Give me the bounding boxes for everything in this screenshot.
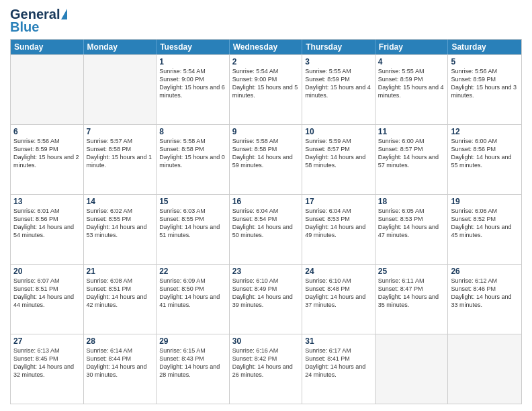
calendar-cell: 9 Sunrise: 5:58 AM Sunset: 8:58 PM Dayli… [230, 125, 303, 194]
page: General Blue SundayMondayTuesdayWednesda… [0, 0, 532, 411]
logo-triangle-icon [61, 9, 67, 19]
weekday-header: Friday [375, 40, 449, 54]
day-number: 27 [13, 336, 81, 346]
calendar-cell: 11 Sunrise: 6:00 AM Sunset: 8:57 PM Dayl… [375, 125, 449, 194]
day-number: 12 [451, 127, 519, 136]
day-info: Sunrise: 6:00 AM Sunset: 8:57 PM Dayligh… [378, 137, 445, 170]
day-info: Sunrise: 6:06 AM Sunset: 8:52 PM Dayligh… [451, 207, 519, 240]
day-number: 21 [87, 267, 154, 276]
calendar-row: 20 Sunrise: 6:07 AM Sunset: 8:51 PM Dayl… [11, 264, 521, 334]
calendar-cell: 10 Sunrise: 5:59 AM Sunset: 8:57 PM Dayl… [302, 125, 375, 194]
day-info: Sunrise: 6:07 AM Sunset: 8:51 PM Dayligh… [13, 277, 81, 310]
day-number: 20 [13, 267, 81, 276]
day-info: Sunrise: 6:17 AM Sunset: 8:41 PM Dayligh… [305, 347, 372, 379]
calendar-cell: 19 Sunrise: 6:06 AM Sunset: 8:52 PM Dayl… [448, 195, 521, 264]
day-number: 8 [159, 127, 226, 136]
calendar-cell: 14 Sunrise: 6:02 AM Sunset: 8:55 PM Dayl… [84, 195, 157, 264]
weekday-header: Monday [84, 40, 157, 54]
calendar-cell: 1 Sunrise: 5:54 AM Sunset: 9:00 PM Dayli… [157, 55, 230, 124]
logo-blue: Blue [10, 19, 39, 35]
day-info: Sunrise: 6:03 AM Sunset: 8:55 PM Dayligh… [159, 207, 226, 240]
day-number: 14 [87, 197, 154, 206]
day-info: Sunrise: 5:58 AM Sunset: 8:58 PM Dayligh… [159, 137, 226, 170]
day-number: 29 [159, 336, 226, 346]
calendar-cell: 18 Sunrise: 6:05 AM Sunset: 8:53 PM Dayl… [375, 195, 449, 264]
day-info: Sunrise: 5:54 AM Sunset: 9:00 PM Dayligh… [159, 67, 226, 100]
calendar-row: 1 Sunrise: 5:54 AM Sunset: 9:00 PM Dayli… [11, 54, 521, 124]
day-number: 28 [87, 336, 154, 346]
day-number: 31 [305, 336, 372, 346]
calendar-cell: 17 Sunrise: 6:04 AM Sunset: 8:53 PM Dayl… [302, 195, 375, 264]
calendar-cell: 23 Sunrise: 6:10 AM Sunset: 8:49 PM Dayl… [230, 265, 303, 334]
weekday-header: Thursday [302, 40, 375, 54]
header: General Blue [10, 7, 522, 35]
day-info: Sunrise: 5:57 AM Sunset: 8:58 PM Dayligh… [87, 137, 154, 170]
calendar: SundayMondayTuesdayWednesdayThursdayFrid… [10, 39, 522, 404]
calendar-cell: 13 Sunrise: 6:01 AM Sunset: 8:56 PM Dayl… [11, 195, 84, 264]
calendar-cell: 12 Sunrise: 6:00 AM Sunset: 8:56 PM Dayl… [448, 125, 521, 194]
day-number: 11 [378, 127, 445, 136]
day-info: Sunrise: 6:08 AM Sunset: 8:51 PM Dayligh… [87, 277, 154, 310]
calendar-cell: 8 Sunrise: 5:58 AM Sunset: 8:58 PM Dayli… [157, 125, 230, 194]
calendar-cell [448, 334, 521, 404]
day-number: 17 [305, 197, 372, 206]
day-number: 4 [378, 57, 445, 66]
calendar-cell: 15 Sunrise: 6:03 AM Sunset: 8:55 PM Dayl… [157, 195, 230, 264]
day-number: 5 [451, 57, 519, 66]
day-info: Sunrise: 6:11 AM Sunset: 8:47 PM Dayligh… [378, 277, 445, 310]
weekday-header: Saturday [448, 40, 521, 54]
calendar-cell: 26 Sunrise: 6:12 AM Sunset: 8:46 PM Dayl… [448, 265, 521, 334]
day-number: 6 [13, 127, 81, 136]
weekday-header: Tuesday [157, 40, 230, 54]
day-info: Sunrise: 6:04 AM Sunset: 8:54 PM Dayligh… [232, 207, 300, 240]
calendar-cell: 22 Sunrise: 6:09 AM Sunset: 8:50 PM Dayl… [157, 265, 230, 334]
calendar-header: SundayMondayTuesdayWednesdayThursdayFrid… [11, 40, 521, 54]
day-info: Sunrise: 6:12 AM Sunset: 8:46 PM Dayligh… [451, 277, 519, 310]
calendar-body: 1 Sunrise: 5:54 AM Sunset: 9:00 PM Dayli… [11, 54, 521, 404]
day-info: Sunrise: 6:10 AM Sunset: 8:48 PM Dayligh… [305, 277, 372, 310]
calendar-cell: 2 Sunrise: 5:54 AM Sunset: 9:00 PM Dayli… [230, 55, 303, 124]
calendar-cell: 7 Sunrise: 5:57 AM Sunset: 8:58 PM Dayli… [84, 125, 157, 194]
day-info: Sunrise: 5:56 AM Sunset: 8:59 PM Dayligh… [451, 67, 519, 100]
calendar-cell [84, 55, 157, 124]
calendar-cell: 16 Sunrise: 6:04 AM Sunset: 8:54 PM Dayl… [230, 195, 303, 264]
calendar-cell: 30 Sunrise: 6:16 AM Sunset: 8:42 PM Dayl… [230, 334, 303, 404]
day-info: Sunrise: 6:13 AM Sunset: 8:45 PM Dayligh… [13, 347, 81, 379]
day-number: 18 [378, 197, 445, 206]
day-info: Sunrise: 5:55 AM Sunset: 8:59 PM Dayligh… [305, 67, 372, 100]
calendar-cell: 3 Sunrise: 5:55 AM Sunset: 8:59 PM Dayli… [302, 55, 375, 124]
calendar-cell: 24 Sunrise: 6:10 AM Sunset: 8:48 PM Dayl… [302, 265, 375, 334]
day-number: 30 [232, 336, 300, 346]
day-info: Sunrise: 6:09 AM Sunset: 8:50 PM Dayligh… [159, 277, 226, 310]
day-info: Sunrise: 6:15 AM Sunset: 8:43 PM Dayligh… [159, 347, 226, 379]
day-info: Sunrise: 6:10 AM Sunset: 8:49 PM Dayligh… [232, 277, 300, 310]
calendar-cell: 27 Sunrise: 6:13 AM Sunset: 8:45 PM Dayl… [11, 334, 84, 404]
day-number: 15 [159, 197, 226, 206]
day-number: 23 [232, 267, 300, 276]
day-info: Sunrise: 6:14 AM Sunset: 8:44 PM Dayligh… [87, 347, 154, 379]
day-info: Sunrise: 5:54 AM Sunset: 9:00 PM Dayligh… [232, 67, 300, 100]
calendar-cell: 25 Sunrise: 6:11 AM Sunset: 8:47 PM Dayl… [375, 265, 449, 334]
day-number: 16 [232, 197, 300, 206]
day-number: 26 [451, 267, 519, 276]
calendar-cell: 21 Sunrise: 6:08 AM Sunset: 8:51 PM Dayl… [84, 265, 157, 334]
day-info: Sunrise: 6:05 AM Sunset: 8:53 PM Dayligh… [378, 207, 445, 240]
day-info: Sunrise: 5:58 AM Sunset: 8:58 PM Dayligh… [232, 137, 300, 170]
weekday-header: Sunday [11, 40, 84, 54]
calendar-row: 13 Sunrise: 6:01 AM Sunset: 8:56 PM Dayl… [11, 194, 521, 264]
calendar-cell [11, 55, 84, 124]
day-info: Sunrise: 5:59 AM Sunset: 8:57 PM Dayligh… [305, 137, 372, 170]
calendar-cell: 31 Sunrise: 6:17 AM Sunset: 8:41 PM Dayl… [302, 334, 375, 404]
logo: General Blue [10, 7, 67, 35]
day-number: 9 [232, 127, 300, 136]
day-number: 22 [159, 267, 226, 276]
day-number: 1 [159, 57, 226, 66]
day-info: Sunrise: 5:56 AM Sunset: 8:59 PM Dayligh… [13, 137, 81, 170]
day-number: 3 [305, 57, 372, 66]
day-info: Sunrise: 6:00 AM Sunset: 8:56 PM Dayligh… [451, 137, 519, 170]
day-info: Sunrise: 6:02 AM Sunset: 8:55 PM Dayligh… [87, 207, 154, 240]
day-number: 7 [87, 127, 154, 136]
day-info: Sunrise: 5:55 AM Sunset: 8:59 PM Dayligh… [378, 67, 445, 100]
day-number: 13 [13, 197, 81, 206]
calendar-cell: 4 Sunrise: 5:55 AM Sunset: 8:59 PM Dayli… [375, 55, 449, 124]
